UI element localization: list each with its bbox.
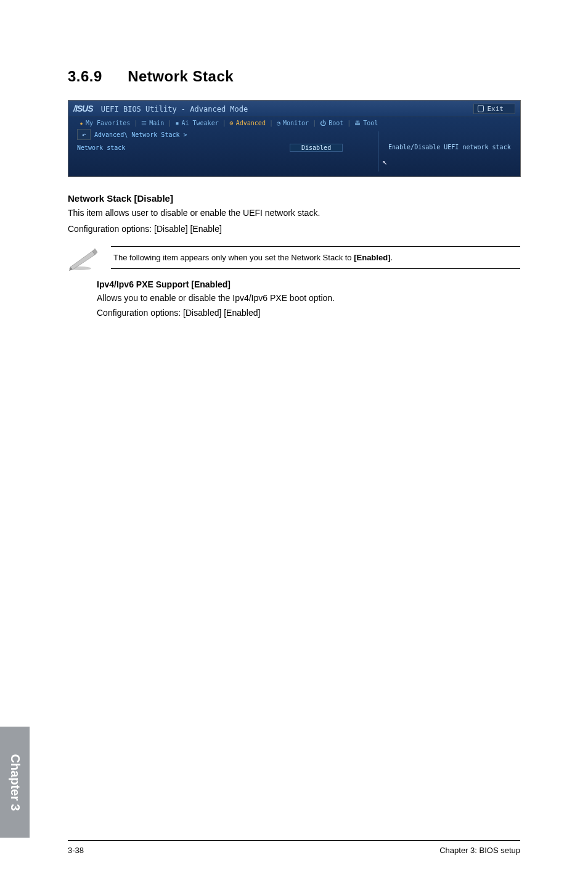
section-heading: 3.6.9 Network Stack	[68, 68, 520, 85]
tab-tool[interactable]: Tool	[363, 120, 378, 126]
bios-tabs: ★ My Favorites | ☰ Main | ▪ Ai Tweaker |…	[68, 117, 520, 128]
paragraph-description: This item allows user to disable or enab…	[68, 207, 520, 220]
note-block: The following item appears only when you…	[68, 246, 520, 271]
monitor-icon: ◔	[277, 120, 280, 126]
note-prefix: The following item appears only when you…	[113, 253, 354, 262]
chip-icon: ▪	[175, 120, 179, 126]
subheading-network-stack: Network Stack [Disable]	[68, 193, 520, 204]
chapter-side-tab-label: Chapter 3	[8, 754, 22, 811]
bios-window-title: UEFI BIOS Utility - Advanced Mode	[101, 105, 248, 113]
bios-title-left: /ISUS UEFI BIOS Utility - Advanced Mode	[73, 104, 248, 113]
breadcrumb: ↶ Advanced\ Network Stack >	[68, 128, 520, 142]
tool-icon: 🖶	[354, 120, 361, 126]
tab-favorites[interactable]: My Favorites	[86, 120, 130, 126]
indented-subsection: Ipv4/Ipv6 PXE Support [Enabled] Allows y…	[97, 279, 520, 320]
back-button[interactable]: ↶	[77, 129, 91, 140]
mouse-icon	[478, 105, 484, 112]
paragraph-options: Configuration options: [Disable] [Enable…	[68, 223, 520, 236]
list-icon: ☰	[141, 120, 147, 126]
note-suffix: .	[390, 253, 393, 262]
cursor-icon: ↖	[382, 157, 387, 167]
note-bold: [Enabled]	[354, 253, 390, 262]
subheading-pxe: Ipv4/Ipv6 PXE Support [Enabled]	[97, 279, 520, 289]
exit-button[interactable]: Exit	[473, 104, 516, 114]
chapter-side-tab: Chapter 3	[0, 727, 30, 838]
paragraph-pxe-desc: Allows you to enable or disable the Ipv4…	[97, 292, 520, 304]
note-text: The following item appears only when you…	[111, 246, 520, 269]
tab-ai-tweaker[interactable]: Ai Tweaker	[181, 120, 218, 126]
setting-row[interactable]: Network stack Disabled Enable/Disable UE…	[68, 142, 520, 153]
tab-advanced[interactable]: Advanced	[236, 120, 266, 126]
bios-titlebar: /ISUS UEFI BIOS Utility - Advanced Mode …	[68, 101, 520, 117]
paragraph-pxe-options: Configuration options: [Disabled] [Enabl…	[97, 307, 520, 319]
star-icon: ★	[80, 120, 83, 126]
tab-main[interactable]: Main	[149, 120, 164, 126]
help-text: Enable/Disable UEFI network stack	[388, 144, 512, 151]
section-number: 3.6.9	[68, 68, 123, 85]
bios-screenshot: /ISUS UEFI BIOS Utility - Advanced Mode …	[68, 100, 521, 177]
footer-chapter-label: Chapter 3: BIOS setup	[439, 846, 520, 855]
exit-label: Exit	[488, 105, 504, 113]
power-icon: ⏻	[320, 120, 326, 126]
advanced-icon: ⚙	[230, 120, 234, 126]
tab-boot[interactable]: Boot	[329, 120, 343, 126]
vertical-divider	[378, 131, 378, 171]
page-footer: 3-38 Chapter 3: BIOS setup	[68, 840, 520, 855]
breadcrumb-text: Advanced\ Network Stack >	[94, 131, 187, 138]
setting-label: Network stack	[77, 144, 290, 151]
pencil-icon	[68, 246, 99, 271]
tab-monitor[interactable]: Monitor	[283, 120, 309, 126]
page-number: 3-38	[68, 846, 84, 855]
asus-logo: /ISUS	[73, 104, 93, 113]
setting-value[interactable]: Disabled	[290, 144, 343, 152]
section-title-text: Network Stack	[128, 68, 234, 85]
